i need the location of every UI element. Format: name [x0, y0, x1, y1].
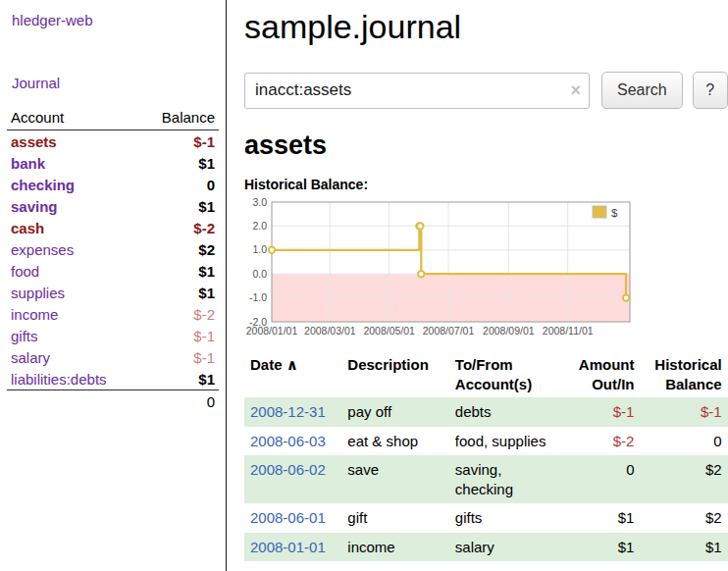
balance-cell: $-1	[640, 397, 727, 427]
page-title: sample.journal	[244, 8, 728, 46]
account-link[interactable]: bank	[11, 155, 45, 172]
accounts-header-line1: To/From	[455, 355, 561, 375]
account-link[interactable]: expenses	[11, 241, 74, 258]
description-cell: pay off	[341, 397, 448, 427]
account-balance: $1	[140, 368, 219, 390]
account-name-cell: supplies	[7, 282, 140, 303]
account-row: salary$-1	[7, 346, 219, 368]
transaction-date-link[interactable]: 2008-12-31	[250, 403, 326, 420]
transaction-date-link[interactable]: 2008-01-01	[250, 539, 326, 555]
main-content: sample.journal × Search ? assets Histori…	[227, 0, 728, 571]
legend-swatch	[593, 206, 606, 218]
account-link[interactable]: income	[11, 306, 58, 323]
description-cell: eat & shop	[341, 427, 448, 456]
account-name-cell: liabilities:debts	[7, 368, 140, 390]
accounts-header-balance: Balance	[140, 107, 219, 130]
accounts-cell: gifts	[449, 503, 567, 533]
amount-header-line1: Amount	[572, 355, 634, 375]
brand: hledger-web	[0, 10, 226, 28]
account-link[interactable]: salary	[11, 349, 50, 366]
account-link[interactable]: food	[11, 263, 39, 280]
sort-ascending-icon: ∧	[286, 356, 298, 373]
account-name-cell: income	[7, 303, 140, 325]
svg-text:2008/11/01: 2008/11/01	[543, 325, 594, 337]
description-cell: save	[341, 455, 448, 503]
svg-text:1.0: 1.0	[252, 243, 267, 255]
amount-cell: $1	[566, 533, 640, 562]
register-row: 2008-01-01incomesalary$1$1	[244, 533, 728, 562]
svg-text:2008/03/01: 2008/03/01	[304, 325, 356, 337]
svg-text:2008/09/01: 2008/09/01	[483, 325, 535, 337]
legend-label: $	[611, 207, 618, 219]
register-header-balance: Historical Balance	[640, 353, 727, 397]
account-row: gifts$-1	[7, 325, 219, 346]
account-balance: $1	[140, 260, 219, 282]
description-cell: income	[341, 533, 448, 562]
account-row: liabilities:debts$1	[7, 368, 219, 390]
account-name-cell: cash	[7, 217, 140, 238]
description-cell: gift	[341, 503, 448, 533]
svg-text:0.0: 0.0	[252, 268, 267, 280]
account-name-cell: checking	[7, 174, 140, 195]
journal-link[interactable]: Journal	[12, 75, 60, 91]
search-button[interactable]: Search	[601, 72, 683, 109]
date-cell: 2008-01-01	[244, 533, 341, 562]
accounts-cell: debts	[449, 397, 567, 427]
sidebar-nav: Journal	[0, 75, 226, 91]
accounts-cell: food, supplies	[449, 427, 567, 456]
account-balance: $-1	[140, 325, 219, 346]
account-name-cell: food	[7, 260, 140, 282]
account-row: checking0	[7, 174, 219, 195]
balance-cell: 0	[640, 427, 727, 456]
help-button[interactable]: ?	[693, 72, 728, 109]
account-row: food$1	[7, 260, 219, 282]
account-link[interactable]: checking	[11, 177, 75, 193]
account-link[interactable]: cash	[11, 220, 44, 236]
search-input[interactable]	[244, 73, 590, 109]
account-balance: $-2	[140, 217, 219, 238]
balance-cell: $2	[640, 455, 727, 503]
date-header-label: Date	[250, 356, 283, 373]
transaction-date-link[interactable]: 2008-06-01	[250, 509, 326, 526]
clear-search-icon[interactable]: ×	[570, 80, 581, 100]
register-row: 2008-12-31pay offdebts$-1$-1	[244, 397, 728, 427]
account-name-cell: expenses	[7, 238, 140, 260]
svg-text:2008/01/01: 2008/01/01	[246, 325, 298, 337]
accounts-cell: saving, checking	[449, 455, 567, 503]
accounts-cell: salary	[449, 533, 567, 562]
account-link[interactable]: saving	[11, 198, 58, 215]
search-box: ×	[244, 73, 590, 109]
hledger-web-app: hledger-web Journal Account Balance asse…	[0, 0, 728, 571]
account-link[interactable]: assets	[11, 133, 57, 150]
register-row: 2008-06-03eat & shopfood, supplies$-20	[244, 427, 728, 456]
account-link[interactable]: supplies	[11, 285, 65, 301]
account-balance: 0	[140, 174, 219, 195]
register-header-date[interactable]: Date ∧	[244, 353, 341, 397]
account-balance: $2	[140, 238, 219, 260]
account-balance: $-1	[140, 130, 219, 153]
accounts-total-row: 0	[7, 390, 219, 413]
app-title-link[interactable]: hledger-web	[12, 12, 93, 28]
register-header-row: Date ∧ Description To/From Account(s) Am…	[244, 353, 728, 397]
account-row: cash$-2	[7, 217, 219, 238]
accounts-total-value: 0	[140, 390, 219, 413]
register-header-description: Description	[341, 353, 448, 397]
date-cell: 2008-06-02	[244, 455, 341, 503]
account-row: expenses$2	[7, 238, 219, 260]
account-link[interactable]: liabilities:debts	[11, 371, 107, 388]
transaction-date-link[interactable]: 2008-06-03	[250, 433, 326, 449]
accounts-header-row: Account Balance	[7, 107, 219, 130]
date-cell: 2008-12-31	[244, 397, 341, 427]
register-row: 2008-06-01giftgifts$1$2	[244, 503, 728, 533]
amount-cell: $1	[566, 503, 640, 533]
historical-balance-chart: 3.02.01.00.0-1.0-2.02008/01/012008/03/01…	[244, 196, 728, 347]
register-header-accounts: To/From Account(s)	[449, 353, 567, 397]
account-name-cell: gifts	[7, 325, 140, 346]
chart-title: Historical Balance:	[244, 177, 728, 192]
account-link[interactable]: gifts	[11, 328, 38, 344]
amount-header-line2: Out/In	[572, 375, 634, 394]
transaction-date-link[interactable]: 2008-06-02	[250, 461, 326, 478]
balance-header-line2: Balance	[646, 375, 721, 394]
account-balance: $1	[140, 282, 219, 303]
balance-header-line1: Historical	[646, 355, 721, 375]
